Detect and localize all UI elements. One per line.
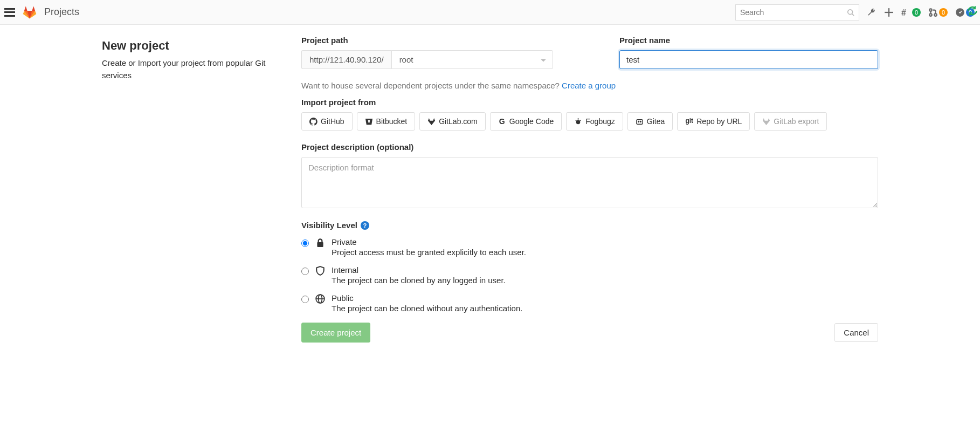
nav-title[interactable]: Projects: [44, 6, 79, 18]
svg-rect-13: [637, 119, 643, 124]
namespace-value: root: [399, 55, 413, 64]
svg-point-15: [640, 121, 641, 122]
import-repo-by-url-button[interactable]: git Repo by URL: [677, 112, 750, 131]
visibility-public-title: Public: [332, 293, 522, 303]
namespace-select[interactable]: root: [391, 50, 553, 69]
cancel-button[interactable]: Cancel: [834, 323, 878, 342]
namespace-hint: Want to house several dependent projects…: [301, 81, 878, 90]
new-plus-icon[interactable]: [884, 8, 894, 17]
search-input[interactable]: [740, 8, 847, 17]
globe-icon: [315, 294, 325, 304]
import-fogbugz-button[interactable]: Fogbugz: [566, 112, 623, 131]
visibility-public-desc: The project can be cloned without any au…: [332, 304, 522, 313]
top-nav: Projects # 0 0 0: [0, 0, 980, 25]
visibility-private-radio[interactable]: [301, 239, 309, 247]
page-subheading: Create or Import your project from popul…: [102, 57, 285, 81]
issues-count-badge: 0: [912, 8, 921, 17]
visibility-help-icon[interactable]: ?: [361, 221, 369, 230]
project-name-label: Project name: [619, 36, 878, 45]
svg-line-12: [580, 120, 581, 121]
visibility-label: Visibility Level: [301, 221, 357, 230]
search-icon: [847, 9, 854, 16]
googlecode-icon: G: [498, 118, 506, 126]
visibility-internal-desc: The project can be cloned by any logged …: [332, 276, 506, 285]
create-group-link[interactable]: Create a group: [562, 81, 616, 90]
svg-point-5: [929, 9, 932, 11]
svg-point-0: [848, 9, 853, 14]
bitbucket-icon: [365, 118, 373, 126]
git-icon: git: [685, 118, 693, 126]
description-label: Project description (optional): [301, 142, 878, 152]
visibility-private-desc: Project access must be granted explicitl…: [332, 248, 526, 257]
merge-requests-icon[interactable]: 0: [928, 8, 948, 17]
svg-rect-3: [885, 11, 893, 12]
lock-icon: [315, 238, 325, 248]
svg-point-6: [929, 13, 932, 16]
project-path-label: Project path: [301, 36, 603, 45]
svg-point-7: [934, 13, 937, 16]
admin-wrench-icon[interactable]: [867, 8, 877, 17]
visibility-public-radio[interactable]: [301, 296, 309, 303]
import-label: Import project from: [301, 98, 878, 107]
visibility-internal-radio[interactable]: [301, 268, 309, 275]
import-gitlab-export-button[interactable]: GitLab export: [754, 112, 827, 131]
import-googlecode-button[interactable]: G Google Code: [490, 112, 562, 131]
gitlab-export-icon: [762, 118, 770, 126]
project-name-input[interactable]: [619, 50, 878, 69]
gitea-icon: [636, 118, 644, 126]
import-github-button[interactable]: GitHub: [301, 112, 353, 131]
path-prefix: http://121.40.90.120/: [301, 50, 391, 69]
activity-indicator-icon: [967, 5, 978, 16]
visibility-internal-title: Internal: [332, 265, 506, 275]
gitlab-icon: [427, 118, 436, 126]
description-textarea[interactable]: [301, 157, 878, 208]
visibility-private-title: Private: [332, 237, 526, 247]
create-project-button[interactable]: Create project: [301, 323, 370, 343]
svg-line-1: [852, 13, 854, 16]
svg-text:#: #: [901, 8, 906, 17]
import-buttons: GitHub Bitbucket GitLab.com G Google Cod…: [301, 112, 878, 131]
mrs-count-badge: 0: [939, 8, 948, 17]
menu-toggle-icon[interactable]: [4, 8, 15, 17]
github-icon: [309, 118, 318, 126]
gitlab-logo-icon[interactable]: [23, 5, 37, 19]
search-box[interactable]: [735, 4, 859, 20]
issues-icon[interactable]: # 0: [901, 8, 921, 17]
shield-icon: [315, 266, 325, 276]
page-heading: New project: [102, 39, 285, 53]
import-gitea-button[interactable]: Gitea: [627, 112, 673, 131]
import-gitlabcom-button[interactable]: GitLab.com: [419, 112, 486, 131]
import-bitbucket-button[interactable]: Bitbucket: [357, 112, 416, 131]
fogbugz-icon: [574, 118, 582, 126]
svg-point-14: [638, 121, 639, 122]
svg-rect-16: [317, 242, 323, 247]
svg-line-11: [576, 120, 577, 121]
